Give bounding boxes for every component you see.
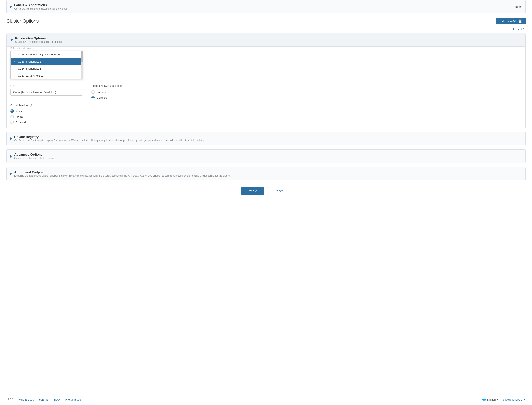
advanced-options-subtitle: Customize advanced cluster options: [14, 157, 55, 160]
cloud-provider-label: Cloud Provider ?: [10, 103, 522, 107]
cloud-external-label: External: [15, 121, 26, 124]
version-label-2: v1.14.8-rancher1-1: [18, 67, 41, 70]
cloud-none-radio[interactable]: [10, 109, 14, 113]
cni-network-row: CNI Canal (Network Isolation Available) …: [10, 84, 522, 99]
k8s-version-dropdown-container: v1.16.2-rancher1-1 (experimental) ✓ v1.1…: [10, 51, 83, 79]
authorized-endpoint-title: Authorized Endpoint: [14, 170, 231, 174]
kubernetes-options-info: Kubernetes Options Customize the kuberne…: [15, 36, 62, 43]
cni-dropdown[interactable]: Canal (Network Isolation Available) ▼: [10, 89, 83, 96]
authorized-endpoint-collapse-icon: [10, 173, 12, 175]
private-registry-collapse-icon: [10, 137, 12, 140]
cloud-external-radio[interactable]: [10, 121, 14, 124]
private-registry-header[interactable]: Private Registry Configure a default pri…: [7, 132, 525, 145]
expand-all-link[interactable]: Expand All: [513, 28, 526, 31]
download-chevron-icon: ▼: [524, 398, 526, 401]
yaml-icon: 📄: [518, 19, 522, 23]
k8s-version-group: Kubernetes Version v1.16.2-rancher1-1 (e…: [10, 51, 83, 80]
footer-right: 🌐 English ▼ ↓ Download CLI ▼: [482, 398, 526, 401]
expand-icon: [10, 39, 13, 41]
version-label-1: v1.15.5-rancher1-2: [18, 60, 41, 63]
version-label-3: v1.13.12-rancher1-1: [18, 74, 43, 77]
dropdown-scrollbar-thumb: [81, 51, 83, 62]
network-isolation-group: Project Network Isolation Enabled Disabl…: [91, 84, 122, 99]
checkmark-1: ✓: [14, 60, 17, 63]
cloud-provider-radios: None Azure External: [10, 109, 522, 124]
download-cli-label: Download CLI: [505, 398, 523, 401]
advanced-options-title: Advanced Options: [14, 153, 55, 156]
private-registry-info: Private Registry Configure a default pri…: [14, 135, 205, 142]
cancel-button[interactable]: Cancel: [267, 187, 291, 195]
kubernetes-options-section: Kubernetes Options Customize the kuberne…: [6, 33, 526, 128]
kubernetes-options-body: Kubernetes Version v1.16.2-rancher1-1 (e…: [7, 47, 525, 128]
authorized-endpoint-info: Authorized Endpoint Enabling the authori…: [14, 170, 231, 177]
slack-link[interactable]: Slack: [53, 398, 60, 401]
authorized-endpoint-section: Authorized Endpoint Enabling the authori…: [6, 167, 526, 181]
network-disabled-radio[interactable]: [91, 96, 95, 99]
private-registry-section: Private Registry Configure a default pri…: [6, 132, 526, 145]
collapse-icon: [10, 6, 12, 8]
network-disabled-label: Disabled: [97, 96, 107, 99]
cluster-options-title: Cluster Options: [6, 18, 39, 24]
network-isolation-label: Project Network Isolation: [91, 84, 122, 87]
authorized-endpoint-header-left: Authorized Endpoint Enabling the authori…: [10, 170, 231, 177]
help-docs-link[interactable]: Help & Docs: [19, 398, 34, 401]
private-registry-subtitle: Configure a default private registry for…: [14, 139, 205, 142]
k8s-version-dropdown-menu: v1.16.2-rancher1-1 (experimental) ✓ v1.1…: [10, 51, 83, 79]
cloud-provider-section: Cloud Provider ? None Azure External: [10, 103, 522, 124]
authorized-endpoint-header[interactable]: Authorized Endpoint Enabling the authori…: [7, 167, 525, 180]
labels-annotations-value: None: [515, 5, 522, 8]
cloud-provider-help-icon[interactable]: ?: [30, 103, 33, 107]
footer: v2.3.0 Help & Docs Forums Slack File an …: [0, 394, 532, 405]
kubernetes-options-subtitle: Customize the kubernetes cluster options: [15, 40, 62, 43]
cloud-provider-text: Cloud Provider: [10, 104, 29, 107]
cloud-external-option[interactable]: External: [10, 121, 522, 124]
authorized-endpoint-subtitle: Enabling the authorized cluster endpoint…: [14, 174, 231, 177]
footer-version: v2.3.0: [6, 398, 14, 401]
cni-group: CNI Canal (Network Isolation Available) …: [10, 84, 83, 96]
create-button[interactable]: Create: [241, 187, 264, 195]
network-isolation-radios: Enabled Disabled: [91, 90, 122, 99]
version-option-2[interactable]: v1.14.8-rancher1-1: [11, 65, 83, 72]
forums-link[interactable]: Forums: [39, 398, 48, 401]
version-option-3[interactable]: v1.13.12-rancher1-1: [11, 72, 83, 79]
footer-left: v2.3.0 Help & Docs Forums Slack File an …: [6, 398, 81, 401]
version-label-0: v1.16.2-rancher1-1 (experimental): [18, 53, 60, 56]
cloud-azure-label: Azure: [15, 115, 23, 118]
expand-all-row: Expand All: [6, 28, 526, 31]
network-disabled-option[interactable]: Disabled: [91, 96, 122, 99]
k8s-version-label: Kubernetes Version: [10, 47, 31, 49]
advanced-options-header-left: Advanced Options Customize advanced clus…: [10, 153, 55, 160]
labels-annotations-section: Labels & Annotations Configure labels an…: [6, 0, 526, 14]
labels-annotations-title: Labels & Annotations: [14, 3, 68, 7]
language-selector[interactable]: 🌐 English ▼: [482, 398, 499, 401]
advanced-options-info: Advanced Options Customize advanced clus…: [14, 153, 55, 160]
network-enabled-label: Enabled: [97, 91, 107, 94]
advanced-options-section: Advanced Options Customize advanced clus…: [6, 149, 526, 163]
version-option-1[interactable]: ✓ v1.15.5-rancher1-2: [11, 58, 83, 65]
cloud-azure-radio[interactable]: [10, 115, 14, 118]
cni-label: CNI: [10, 84, 83, 87]
network-enabled-radio[interactable]: [91, 90, 95, 94]
labels-annotations-header-left: Labels & Annotations Configure labels an…: [10, 3, 68, 10]
dropdown-scrollbar: [81, 51, 83, 79]
version-option-0[interactable]: v1.16.2-rancher1-1 (experimental): [11, 51, 83, 58]
kubernetes-options-header[interactable]: Kubernetes Options Customize the kuberne…: [7, 33, 525, 47]
labels-annotations-header[interactable]: Labels & Annotations Configure labels an…: [7, 0, 525, 13]
cni-selected-value: Canal (Network Isolation Available): [13, 91, 56, 94]
download-cli-button[interactable]: ↓ Download CLI ▼: [503, 398, 526, 401]
cni-chevron-icon: ▼: [78, 91, 80, 94]
private-registry-title: Private Registry: [14, 135, 205, 139]
cloud-none-option[interactable]: None: [10, 109, 522, 113]
advanced-options-header[interactable]: Advanced Options Customize advanced clus…: [7, 150, 525, 163]
cloud-azure-option[interactable]: Azure: [10, 115, 522, 118]
language-label: English: [487, 398, 496, 401]
cluster-options-header: Cluster Options Edit as YAML 📄: [6, 18, 526, 24]
globe-icon: 🌐: [482, 398, 486, 401]
edit-yaml-button[interactable]: Edit as YAML 📄: [497, 18, 526, 24]
network-enabled-option[interactable]: Enabled: [91, 90, 122, 94]
file-issue-link[interactable]: File an Issue: [65, 398, 81, 401]
edit-yaml-label: Edit as YAML: [500, 20, 517, 23]
labels-annotations-info: Labels & Annotations Configure labels an…: [14, 3, 68, 10]
private-registry-header-left: Private Registry Configure a default pri…: [10, 135, 205, 142]
labels-annotations-subtitle: Configure labels and annotations for the…: [14, 7, 68, 10]
